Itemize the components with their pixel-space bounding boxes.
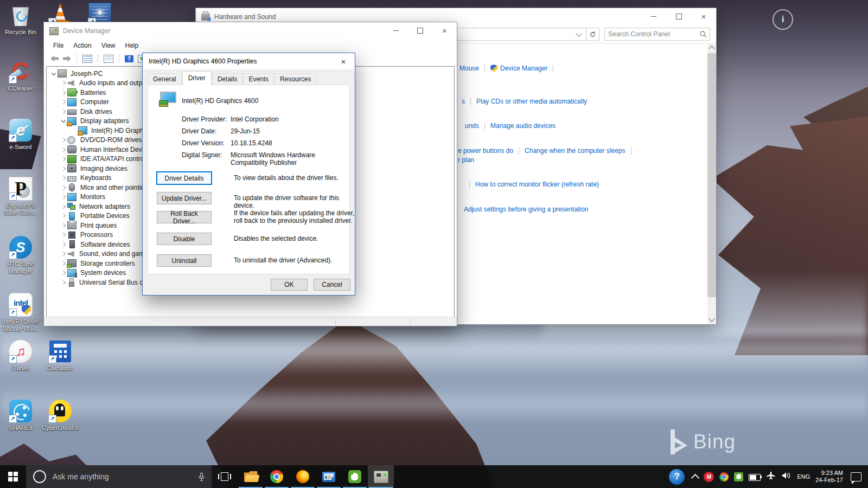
tree-chevron-icon[interactable]	[60, 157, 67, 160]
dialog-tab[interactable]: Driver	[182, 71, 212, 85]
dm-close-button[interactable]: ×	[432, 22, 457, 38]
driver-action-button[interactable]: Update Driver...	[157, 192, 212, 204]
tree-chevron-icon[interactable]	[60, 110, 67, 113]
tree-chevron-icon[interactable]	[60, 138, 67, 142]
tree-item-label[interactable]: Software devices	[80, 241, 130, 248]
dialog-close-button[interactable]: ×	[335, 55, 352, 68]
dm-minimize-button[interactable]	[384, 22, 408, 38]
tree-item-label[interactable]: Disk drives	[80, 108, 112, 115]
tree-chevron-icon[interactable]	[60, 100, 67, 104]
tree-item-label[interactable]: Computer	[80, 98, 109, 106]
dm-titlebar[interactable]: Device Manager ×	[44, 22, 457, 40]
taskbar-chrome[interactable]	[264, 465, 290, 488]
microphone-icon[interactable]	[198, 472, 205, 481]
driver-action-button[interactable]: Driver Details	[156, 171, 212, 185]
tree-view-icon[interactable]	[82, 55, 92, 63]
tree-item-label[interactable]: Mice and other pointing	[80, 184, 148, 191]
tree-chevron-icon[interactable]	[60, 167, 67, 170]
tree-item-label[interactable]: Joseph-PC	[71, 70, 103, 78]
link-presentation-settings[interactable]: Adjust settings before giving a presenta…	[464, 206, 588, 213]
tree-chevron-icon[interactable]	[60, 148, 67, 151]
desktop-icon-intel-updater[interactable]: intel Intel(R) Driver Update Utili...	[0, 293, 41, 332]
cortana-search[interactable]	[26, 465, 212, 488]
link-manage-audio[interactable]: Manage audio devices	[490, 122, 556, 130]
cancel-button[interactable]: Cancel	[314, 279, 350, 291]
tree-item-label[interactable]: Monitors	[80, 193, 105, 201]
menu-item[interactable]: Help	[120, 41, 144, 50]
cp-search-box[interactable]	[604, 28, 710, 41]
chrome-tray-icon[interactable]	[719, 472, 729, 481]
tree-item-label[interactable]: Processors	[80, 231, 113, 239]
language-indicator[interactable]: ENG	[797, 473, 810, 480]
taskbar-search-input[interactable]	[52, 472, 198, 481]
link-device-manager[interactable]: Device Manager	[500, 65, 547, 72]
help-icon[interactable]: ?	[125, 55, 133, 62]
desktop-icon-itunes[interactable]: ♫ iTunes	[0, 339, 41, 372]
dialog-tab[interactable]: Resources	[275, 73, 316, 85]
taskbar-control-panel[interactable]	[316, 465, 342, 488]
tree-chevron-icon[interactable]	[60, 243, 67, 246]
taskbar-evernote[interactable]	[342, 465, 368, 488]
tree-chevron-icon[interactable]	[60, 81, 67, 85]
tree-item-label[interactable]: Network adapters	[79, 203, 130, 210]
desktop-icon-esword[interactable]: e e-Sword	[0, 118, 41, 151]
scroll-down-icon[interactable]	[709, 316, 714, 322]
ok-button[interactable]: OK	[271, 279, 308, 291]
desktop-icon-htc-sync[interactable]: S HTC Sync Manager	[0, 235, 41, 275]
evernote-tray-icon[interactable]	[734, 472, 743, 481]
link-mouse[interactable]: Mouse	[459, 65, 479, 72]
desktop-icon-recycle-bin[interactable]: Recycle Bin	[0, 3, 41, 36]
task-view-button[interactable]	[212, 465, 238, 488]
tree-chevron-icon[interactable]	[60, 271, 67, 274]
tree-item-label[interactable]: Sound, video and game	[79, 250, 148, 258]
tree-chevron-icon[interactable]	[60, 224, 67, 227]
volume-icon[interactable]	[781, 471, 792, 482]
tree-chevron-icon[interactable]	[60, 195, 67, 198]
clock[interactable]: 9:23 AM 24-Feb-17	[815, 470, 843, 484]
wallpaper-info-icon[interactable]: i	[773, 9, 793, 30]
chevron-down-icon[interactable]	[576, 30, 582, 36]
forward-icon[interactable]	[63, 56, 71, 62]
taskbar-file-explorer[interactable]	[238, 465, 264, 488]
desktop-icon-expositor[interactable]: P Expositor's Bible Com...	[0, 177, 41, 216]
link-play-cds[interactable]: Play CDs or other media automatically	[476, 98, 587, 105]
link-fragment[interactable]: s	[462, 98, 465, 105]
tree-chevron-icon[interactable]	[60, 120, 67, 122]
start-button[interactable]	[0, 465, 26, 488]
desktop-icon-cyberghost[interactable]: CyberGhost 6	[40, 399, 81, 432]
tree-item-label[interactable]: Keyboards	[80, 174, 111, 182]
tree-chevron-icon[interactable]	[60, 252, 67, 255]
tree-chevron-icon[interactable]	[60, 281, 67, 284]
link-computer-sleeps[interactable]: Change when the computer sleeps	[525, 147, 625, 155]
dialog-titlebar[interactable]: Intel(R) HD Graphics 4600 Properties ×	[143, 53, 355, 69]
tree-item-label[interactable]: System devices	[80, 269, 126, 277]
link-power-buttons[interactable]: e power buttons do	[458, 147, 513, 155]
tree-item-label[interactable]: Audio inputs and outpu	[79, 79, 146, 87]
cp-close-button[interactable]: ×	[691, 8, 716, 24]
driver-action-button[interactable]: Disable	[157, 233, 212, 245]
cp-search-input[interactable]	[605, 30, 699, 38]
taskbar-device-manager[interactable]	[368, 465, 394, 488]
back-icon[interactable]	[50, 56, 59, 62]
airplane-mode-icon[interactable]	[766, 471, 776, 482]
dialog-tab[interactable]: Details	[212, 73, 243, 85]
refresh-button[interactable]	[586, 28, 599, 41]
cp-maximize-button[interactable]	[666, 8, 691, 24]
tree-item-label[interactable]: Imaging devices	[80, 165, 127, 172]
tree-item-label[interactable]: Portable Devices	[80, 212, 130, 220]
tree-chevron-icon[interactable]	[60, 233, 67, 236]
driver-action-button[interactable]: Roll Back Driver...	[157, 211, 212, 223]
desktop-icon-shareit[interactable]: SHAREit	[0, 399, 41, 432]
action-center-icon[interactable]	[851, 472, 861, 481]
tree-chevron-icon[interactable]	[60, 176, 67, 179]
tree-chevron-icon[interactable]	[60, 186, 67, 189]
tree-item-label[interactable]: Human Interface Device	[80, 146, 150, 153]
driver-action-button[interactable]: Uninstall	[157, 254, 212, 267]
scroll-thumb[interactable]	[707, 53, 716, 297]
tray-expand-icon[interactable]	[691, 473, 700, 482]
menu-item[interactable]: Action	[68, 41, 96, 50]
tree-chevron-icon[interactable]	[60, 205, 67, 208]
tree-item-label[interactable]: Storage controllers	[80, 260, 135, 267]
tree-chevron-icon[interactable]	[50, 73, 58, 75]
desktop-icon-ccleaner[interactable]: C CCleaner	[0, 60, 41, 92]
